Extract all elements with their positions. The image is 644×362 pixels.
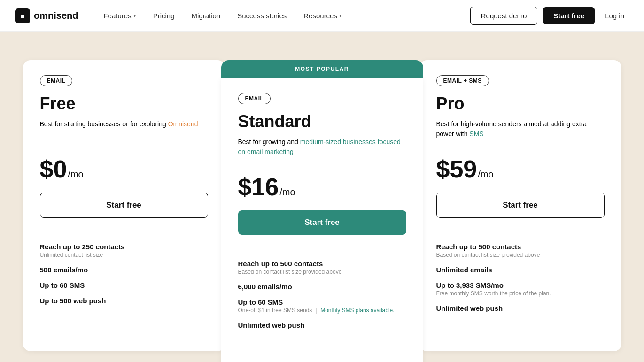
login-button[interactable]: Log in xyxy=(600,8,629,23)
plan-card-pro: EMAIL + SMS Pro Best for high-volume sen… xyxy=(419,60,621,351)
feature-contacts-free: Reach up to 250 contacts Unlimited conta… xyxy=(40,243,208,258)
feature-webpush-pro: Unlimited web push xyxy=(436,304,605,312)
plan-card-free: EMAIL Free Best for starting businesses … xyxy=(23,60,225,351)
price-period-standard: /mo xyxy=(279,187,295,198)
plan-desc-link-pro: SMS xyxy=(469,130,483,138)
plan-desc-free: Best for starting businesses or for expl… xyxy=(40,119,208,146)
nav-link-resources[interactable]: Resources ▾ xyxy=(297,8,349,23)
plan-desc-link-free: Omnisend xyxy=(168,120,198,128)
price-period-free: /mo xyxy=(68,169,83,180)
feature-contacts-pro: Reach up to 500 contacts Based on contac… xyxy=(436,243,605,258)
plan-price-free: $0 /mo xyxy=(40,157,208,181)
start-free-button-pro[interactable]: Start free xyxy=(436,193,605,218)
plan-price-standard: $16 /mo xyxy=(238,175,406,199)
divider-free xyxy=(40,231,208,231)
feature-webpush-free: Up to 500 web push xyxy=(40,297,208,305)
feature-sms-standard: Up to 60 SMS One-off $1 in free SMS send… xyxy=(238,298,406,314)
chevron-down-icon: ▾ xyxy=(339,13,342,19)
logo[interactable]: ■ omnisend xyxy=(15,8,78,23)
navbar: ■ omnisend Features ▾ Pricing Migration … xyxy=(0,0,644,32)
price-amount-pro: $59 xyxy=(436,157,477,181)
nav-link-pricing[interactable]: Pricing xyxy=(147,8,181,23)
plan-card-standard-wrapper: MOST POPULAR EMAIL Standard Best for gro… xyxy=(221,60,423,362)
nav-links: Features ▾ Pricing Migration Success sto… xyxy=(97,8,470,23)
nav-link-features[interactable]: Features ▾ xyxy=(97,8,142,23)
main-content: EMAIL Free Best for starting businesses … xyxy=(0,32,644,362)
feature-webpush-standard: Unlimited web push xyxy=(238,321,406,329)
plan-price-pro: $59 /mo xyxy=(436,157,605,181)
logo-icon: ■ xyxy=(15,8,30,23)
popular-banner: MOST POPULAR xyxy=(221,60,423,78)
start-free-nav-button[interactable]: Start free xyxy=(543,7,595,24)
nav-link-migration[interactable]: Migration xyxy=(185,8,227,23)
feature-sms-pro: Up to 3,933 SMS/mo Free monthly SMS wort… xyxy=(436,281,605,297)
plan-desc-standard: Best for growing and medium-sized busine… xyxy=(238,137,406,163)
plan-desc-link-standard: medium-sized businesses focused on email… xyxy=(238,138,401,155)
plan-name-standard: Standard xyxy=(238,112,406,131)
plan-desc-pro: Best for high-volume senders aimed at ad… xyxy=(436,119,605,146)
price-period-pro: /mo xyxy=(478,169,493,180)
nav-link-success-stories[interactable]: Success stories xyxy=(231,8,293,23)
pricing-grid: EMAIL Free Best for starting businesses … xyxy=(17,60,628,362)
nav-actions: Request demo Start free Log in xyxy=(470,7,629,25)
request-demo-button[interactable]: Request demo xyxy=(470,7,538,25)
logo-text: omnisend xyxy=(34,10,78,21)
divider-standard xyxy=(238,248,406,248)
chevron-down-icon: ▾ xyxy=(133,13,136,19)
plan-badge-standard: EMAIL xyxy=(238,93,271,104)
feature-emails-free: 500 emails/mo xyxy=(40,266,208,274)
start-free-button-free[interactable]: Start free xyxy=(40,193,208,218)
divider-pro xyxy=(436,231,605,231)
feature-emails-standard: 6,000 emails/mo xyxy=(238,283,406,291)
plan-badge-free: EMAIL xyxy=(40,75,73,86)
price-amount-free: $0 xyxy=(40,157,67,181)
feature-sms-free: Up to 60 SMS xyxy=(40,281,208,289)
plan-badge-pro: EMAIL + SMS xyxy=(436,75,489,86)
plan-name-free: Free xyxy=(40,94,208,114)
feature-contacts-standard: Reach up to 500 contacts Based on contac… xyxy=(238,260,406,275)
price-amount-standard: $16 xyxy=(238,175,279,199)
plan-card-standard: EMAIL Standard Best for growing and medi… xyxy=(221,78,423,362)
feature-emails-pro: Unlimited emails xyxy=(436,266,605,274)
start-free-button-standard[interactable]: Start free xyxy=(238,210,406,235)
plan-name-pro: Pro xyxy=(436,94,605,114)
